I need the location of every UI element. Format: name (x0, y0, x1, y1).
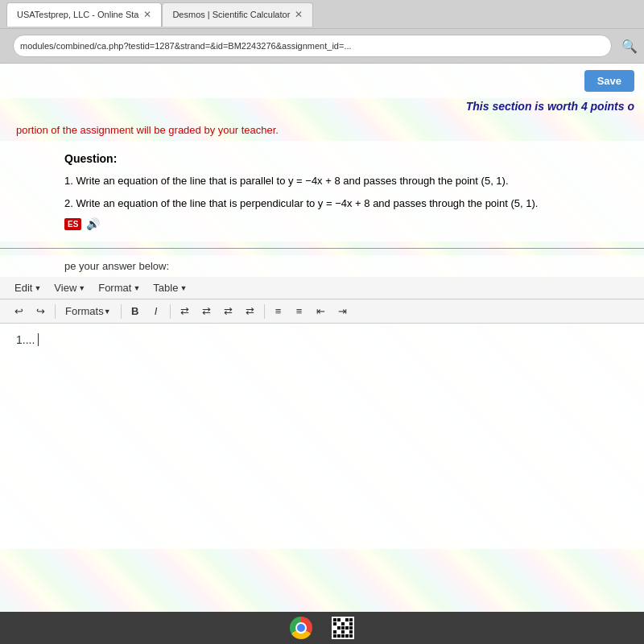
es-icon[interactable]: ES (64, 218, 81, 230)
section-divider (0, 248, 644, 249)
menu-table-label: Table (153, 282, 178, 294)
qr-cell (349, 626, 353, 630)
qr-cell (341, 618, 345, 621)
menu-view[interactable]: View ▼ (49, 280, 90, 295)
graded-notice-text: portion of the assignment will be graded… (16, 124, 279, 136)
tab-close-usatestprep[interactable]: ✕ (143, 9, 151, 20)
answer-prompt: pe your answer below: (0, 255, 644, 277)
editor-text: 1.... (16, 333, 35, 346)
content-overlay: Save This section is worth 4 points o po… (0, 64, 644, 549)
align-left-button[interactable]: ⇄ (175, 303, 194, 320)
italic-button[interactable]: I (147, 303, 165, 320)
tabs-container: USATestprep, LLC - Online Sta ✕ Desmos |… (6, 2, 313, 27)
editor-toolbar: ↩ ↪ Formats ▼ B I (0, 299, 644, 324)
toolbar-separator-1 (55, 304, 56, 319)
qr-cell (337, 634, 341, 638)
menu-table-arrow: ▼ (180, 284, 187, 292)
qr-cell (337, 630, 341, 634)
tab-desmos[interactable]: Desmos | Scientific Calculator ✕ (162, 2, 313, 27)
undo-icon: ↩ (14, 305, 23, 317)
address-text: modules/combined/ca.php?testid=1287&stra… (20, 41, 352, 51)
graded-notice: portion of the assignment will be graded… (0, 119, 644, 141)
qr-cell (345, 618, 349, 621)
menu-view-arrow: ▼ (78, 284, 85, 292)
qr-taskbar-icon[interactable] (330, 615, 356, 641)
qr-cell (341, 630, 345, 634)
qr-cell (341, 626, 345, 630)
qr-cell (337, 626, 341, 630)
align-right-button[interactable]: ⇄ (219, 303, 237, 320)
qr-cell (337, 618, 341, 621)
qr-cell (333, 622, 336, 625)
redo-icon: ↪ (36, 305, 45, 317)
browser-tab-bar: USATestprep, LLC - Online Sta ✕ Desmos |… (0, 0, 644, 29)
list-unordered-button[interactable]: ≡ (270, 303, 287, 320)
indent-decrease-icon: ⇤ (316, 305, 325, 317)
redo-button[interactable]: ↪ (31, 303, 50, 320)
formats-dropdown[interactable]: Formats ▼ (60, 303, 116, 320)
qr-cell (333, 626, 336, 630)
editor-menu-bar: Edit ▼ View ▼ Format ▼ Table ▼ (0, 277, 644, 299)
save-button[interactable]: Save (584, 70, 634, 92)
menu-view-label: View (54, 282, 76, 294)
search-icon[interactable]: 🔍 (621, 39, 638, 54)
editor-body[interactable]: 1.... (0, 324, 644, 549)
toolbar-separator-2 (121, 304, 122, 319)
section-worth-label: This section is worth 4 points o (466, 100, 634, 113)
undo-button[interactable]: ↩ (10, 303, 28, 320)
audio-icons-row: ES 🔊 (64, 217, 596, 230)
qr-cell (349, 618, 353, 621)
align-center-button[interactable]: ⇄ (197, 303, 216, 320)
qr-cell (345, 630, 349, 634)
qr-cell (333, 634, 336, 638)
menu-format-arrow: ▼ (133, 284, 140, 292)
align-justify-button[interactable]: ⇄ (241, 303, 259, 320)
bold-button[interactable]: B (126, 303, 144, 320)
list-ordered-icon: ≡ (296, 305, 303, 317)
menu-edit[interactable]: Edit ▼ (10, 280, 46, 295)
tab-usatestprep[interactable]: USATestprep, LLC - Online Sta ✕ (6, 2, 162, 27)
qr-cell (349, 630, 353, 634)
indent-increase-button[interactable]: ⇥ (333, 303, 352, 320)
question-area: Question: 1. Write an equation of the li… (0, 141, 644, 242)
chrome-browser-icon (290, 617, 312, 639)
editor-container: Edit ▼ View ▼ Format ▼ Table ▼ (0, 277, 644, 549)
text-cursor (38, 333, 39, 346)
align-justify-icon: ⇄ (246, 305, 254, 317)
address-bar-row: modules/combined/ca.php?testid=1287&stra… (0, 29, 644, 64)
section-worth-text: This section is worth 4 points o (0, 98, 644, 119)
menu-format-label: Format (98, 282, 131, 294)
qr-cell (345, 634, 349, 638)
address-bar[interactable]: modules/combined/ca.php?testid=1287&stra… (13, 35, 612, 57)
formats-label: Formats (65, 305, 104, 317)
editor-content-line1: 1.... (16, 333, 628, 346)
toolbar-separator-4 (264, 304, 265, 319)
qr-cell (337, 622, 341, 625)
top-bar: Save (0, 64, 644, 98)
qr-cell (345, 626, 349, 630)
qr-code-icon (332, 617, 354, 639)
bold-label: B (131, 305, 138, 317)
tab-close-desmos[interactable]: ✕ (295, 9, 303, 20)
tab-label-usatestprep: USATestprep, LLC - Online Sta (17, 10, 138, 19)
toolbar-separator-3 (170, 304, 171, 319)
question-1: 1. Write an equation of the line that is… (64, 173, 596, 189)
qr-cell (333, 630, 336, 634)
qr-cell (341, 634, 345, 638)
align-center-icon: ⇄ (202, 305, 211, 317)
menu-format[interactable]: Format ▼ (93, 280, 145, 295)
indent-decrease-button[interactable]: ⇤ (312, 303, 330, 320)
taskbar (0, 612, 644, 644)
menu-table[interactable]: Table ▼ (148, 280, 192, 295)
qr-cell (345, 622, 349, 625)
list-ordered-button[interactable]: ≡ (291, 303, 308, 320)
chrome-taskbar-icon[interactable] (288, 615, 314, 641)
question-2: 2. Write an equation of the line that is… (64, 196, 596, 212)
audio-speaker-icon[interactable]: 🔊 (86, 217, 100, 230)
italic-label: I (155, 305, 158, 317)
list-unordered-icon: ≡ (275, 305, 282, 317)
align-right-icon: ⇄ (224, 305, 233, 317)
tab-label-desmos: Desmos | Scientific Calculator (172, 10, 290, 19)
qr-cell (341, 622, 345, 625)
question-label: Question: (64, 152, 596, 165)
